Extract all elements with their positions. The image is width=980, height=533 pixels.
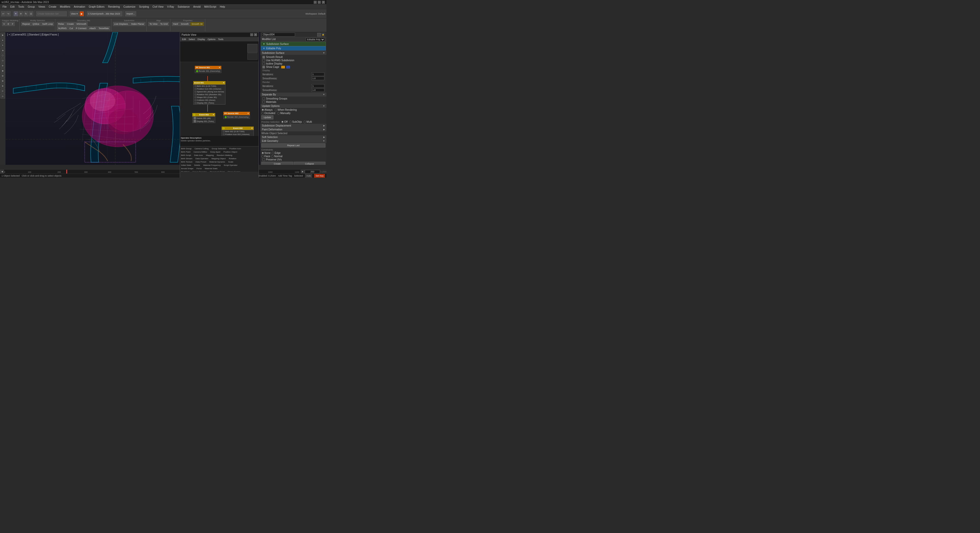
to-view-btn[interactable]: To View xyxy=(148,22,159,26)
show-cage-checkbox[interactable] xyxy=(262,66,265,69)
render-smoothness-input[interactable] xyxy=(312,88,325,92)
smooth-btn[interactable]: Smooth xyxy=(180,22,190,26)
pv-menu-display[interactable]: Display xyxy=(197,38,206,41)
preview-thumb-2[interactable] xyxy=(247,53,258,60)
pf-source-001-node[interactable]: PF Source 001 ✕ Render 001 (Geometry) xyxy=(195,66,221,73)
event-001-node[interactable]: Event 001 ✕ Birth 001 (0-30 T200) Positi… xyxy=(193,81,226,105)
paint-deformation-title[interactable]: Paint Deformation ▶ xyxy=(260,128,326,131)
editable-poly-modifier[interactable]: ▼ Editable Poly xyxy=(261,46,326,51)
cat-birth-stream[interactable]: Birth Stream xyxy=(181,157,193,160)
object-name-input[interactable] xyxy=(262,33,295,37)
preview-off-radio[interactable] xyxy=(281,121,284,123)
menu-vray[interactable]: V-Ray xyxy=(165,5,175,8)
event-003-node[interactable]: Event 002 ✕ Birth 002 (0-30 T200) Positi… xyxy=(221,126,254,136)
cat-material-static[interactable]: Material Static xyxy=(204,167,218,170)
ls-icon-1[interactable]: ▶ xyxy=(0,33,5,37)
iterations-input[interactable] xyxy=(312,72,325,76)
pv-menu-tools[interactable]: Tools xyxy=(217,38,224,41)
create-geom-btn[interactable]: Create xyxy=(261,162,293,165)
edit-geometry-title[interactable]: Edit Geometry ▼ xyxy=(260,139,326,143)
use-nurms-checkbox[interactable] xyxy=(262,59,265,62)
ls-icon-12[interactable]: ⟳ xyxy=(0,89,5,93)
pv-close[interactable]: ✕ xyxy=(254,33,257,36)
to-grid-btn[interactable]: To Grid xyxy=(159,22,169,26)
modifier-dropdown[interactable]: Editable Poly xyxy=(306,38,325,41)
cat-birth-script[interactable]: Birth Script xyxy=(181,154,191,156)
repeat-btn[interactable]: Repeat xyxy=(21,22,31,26)
menu-graph-editors[interactable]: Graph Editors xyxy=(87,5,106,8)
face-mode-btn[interactable]: F xyxy=(11,22,15,26)
occluded-radio[interactable] xyxy=(261,112,264,115)
cat-camera-culling[interactable]: Camera Culling xyxy=(194,147,209,150)
edge-mode-btn[interactable]: E xyxy=(6,22,10,26)
smooth30-btn[interactable]: Smooth 30 xyxy=(190,22,204,26)
edge-radio[interactable] xyxy=(272,152,274,154)
none-radio[interactable] xyxy=(261,152,264,154)
manually-radio[interactable] xyxy=(277,112,280,115)
menu-animation[interactable]: Animation xyxy=(72,5,87,8)
make-planar-btn[interactable]: Make Planar xyxy=(130,22,146,26)
ls-icon-10[interactable]: ✿ xyxy=(0,78,5,83)
relax-btn[interactable]: Relax xyxy=(57,22,65,26)
when-rendering-radio[interactable] xyxy=(275,109,277,111)
smoothing-groups-checkbox[interactable] xyxy=(262,97,265,100)
preview-multi-radio[interactable] xyxy=(304,121,306,123)
move-button[interactable]: ✛ xyxy=(19,11,23,16)
always-radio[interactable] xyxy=(261,109,264,111)
cat-mapping-object[interactable]: Mapping Object xyxy=(211,157,226,160)
cat-material-dynamic[interactable]: Material Dynamic xyxy=(209,161,226,163)
create-btn[interactable]: Create xyxy=(65,22,75,26)
cat-blurwind[interactable]: BlurWind xyxy=(181,171,190,172)
maximize-button[interactable]: □ xyxy=(318,1,321,4)
cat-random-walking[interactable]: Random Walking xyxy=(216,154,233,156)
cat-group-selection[interactable]: Group Selection xyxy=(211,147,227,150)
cat-mapping[interactable]: Mapping xyxy=(205,154,214,156)
timeline-prev-btn[interactable]: ◀ xyxy=(0,170,4,173)
cat-birth-paint[interactable]: Birth Paint xyxy=(181,150,191,153)
cat-shape-facing[interactable]: Shape Facing xyxy=(227,171,241,172)
cat-data-icon[interactable]: Data Icon xyxy=(194,154,203,156)
render-iterations-input[interactable] xyxy=(312,84,325,88)
cat-birth-texture[interactable]: Birth Texture xyxy=(181,161,193,163)
ls-icon-11[interactable]: ❋ xyxy=(0,84,5,88)
subdivision-surface-title[interactable]: Subdivision Surface ▼ xyxy=(260,51,326,55)
pv-menu-options[interactable]: Options xyxy=(207,38,216,41)
cat-data-operator[interactable]: Data Operator xyxy=(195,157,209,160)
menu-substance[interactable]: Substance xyxy=(176,5,191,8)
menu-tools[interactable]: Tools xyxy=(17,5,25,8)
vertex-mode-btn[interactable]: V xyxy=(2,22,6,26)
cat-delete[interactable]: Delete xyxy=(194,164,201,167)
cat-rotation[interactable]: Rotation xyxy=(228,157,237,160)
menu-edit[interactable]: Edit xyxy=(9,5,16,8)
normal-radio[interactable] xyxy=(271,155,274,158)
face-radio[interactable] xyxy=(261,155,264,158)
cut-btn[interactable]: Cut xyxy=(68,26,74,30)
subdivision-surface-modifier[interactable]: ▼ Subdivision Surface xyxy=(261,42,326,46)
menu-create[interactable]: Create xyxy=(47,5,58,8)
minimize-button[interactable]: ─ xyxy=(313,1,317,4)
live-displace-btn[interactable]: Live Displace. xyxy=(113,22,130,26)
ls-icon-5[interactable]: ⬡ xyxy=(0,53,5,57)
pf-source-002-node[interactable]: PF Source 002 ✕ Render 002 (Geometry) xyxy=(223,112,250,119)
attach-btn[interactable]: Attach xyxy=(88,26,97,30)
cat-force[interactable]: Force xyxy=(196,167,202,170)
object-color-swatch[interactable] xyxy=(317,33,321,37)
cat-data-preset[interactable]: Data Preset xyxy=(195,161,207,163)
cat-material-frequency[interactable]: Material Frequency xyxy=(203,164,221,167)
select-button[interactable]: ✦ xyxy=(14,11,18,16)
ls-icon-2[interactable]: ● xyxy=(0,38,5,42)
qslice-btn[interactable]: QSlice xyxy=(31,22,41,26)
cat-arnold-shape[interactable]: Arnold Shape xyxy=(181,167,194,170)
cat-position-object[interactable]: Position Object xyxy=(223,150,238,153)
import-button[interactable]: Import... xyxy=(125,11,136,16)
cat-script-operator[interactable]: Script Operator xyxy=(223,164,238,167)
menu-file[interactable]: File xyxy=(1,5,8,8)
hard-btn[interactable]: Hard xyxy=(172,22,180,26)
close-button[interactable]: ✕ xyxy=(322,1,325,4)
menu-rendering[interactable]: Rendering xyxy=(107,5,121,8)
preview-subobjs-radio[interactable] xyxy=(289,121,292,123)
menu-group[interactable]: Group xyxy=(26,5,37,8)
menu-scripting[interactable]: Scripting xyxy=(137,5,150,8)
cat-group-operator[interactable]: Group Operator xyxy=(192,171,207,172)
auto-key-btn[interactable]: Auto xyxy=(305,174,312,177)
